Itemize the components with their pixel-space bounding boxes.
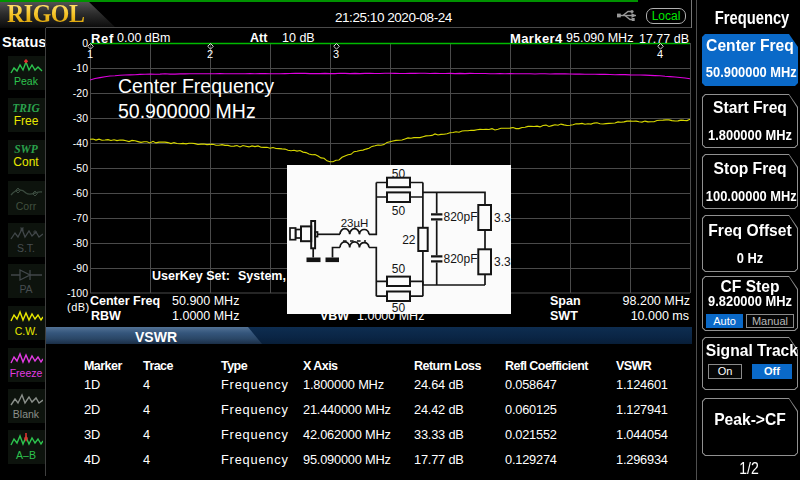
svg-text:50: 50 xyxy=(392,167,406,181)
svg-text:50: 50 xyxy=(392,301,406,315)
svg-text:820pF: 820pF xyxy=(444,252,478,266)
svg-text:3.3: 3.3 xyxy=(494,211,511,225)
svg-text:22: 22 xyxy=(402,233,416,247)
svg-text:23µH: 23µH xyxy=(341,217,369,229)
svg-text:820pF: 820pF xyxy=(444,210,478,224)
svg-text:50: 50 xyxy=(392,262,406,276)
svg-text:3.3: 3.3 xyxy=(494,255,511,269)
svg-text:50: 50 xyxy=(392,204,406,218)
